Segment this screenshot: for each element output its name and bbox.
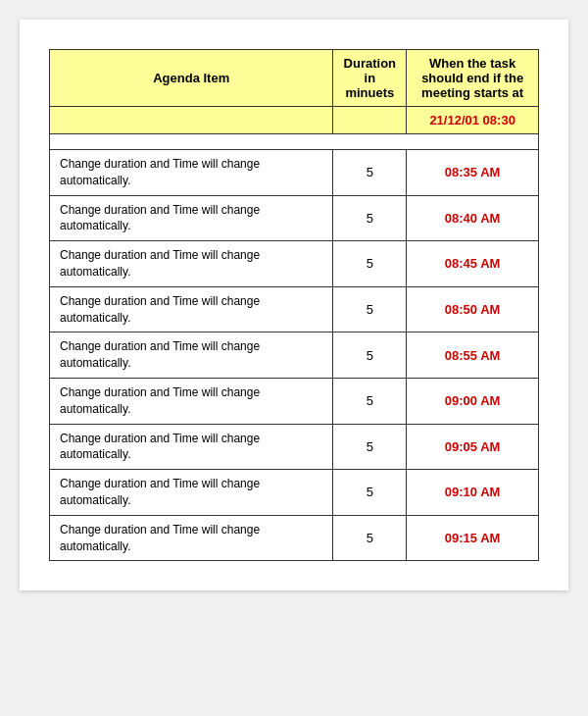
agenda-cell: Change duration and Time will change aut… xyxy=(50,150,333,196)
date-empty-duration xyxy=(333,107,407,134)
agenda-table: Agenda Item Duration in minuets When the… xyxy=(49,49,539,561)
time-cell: 09:10 AM xyxy=(407,470,539,516)
agenda-cell: Change duration and Time will change aut… xyxy=(50,241,333,287)
agenda-cell: Change duration and Time will change aut… xyxy=(50,515,333,561)
header-when: When the task should end if the meeting … xyxy=(407,50,539,107)
duration-cell: 5 xyxy=(333,515,407,561)
agenda-cell: Change duration and Time will change aut… xyxy=(50,286,333,332)
time-cell: 08:55 AM xyxy=(407,332,539,379)
agenda-cell: Change duration and Time will change aut… xyxy=(50,195,333,241)
table-row: Change duration and Time will change aut… xyxy=(50,378,539,424)
start-datetime: 21/12/01 08:30 xyxy=(407,107,539,134)
table-row: Change duration and Time will change aut… xyxy=(50,424,539,470)
duration-cell: 5 xyxy=(333,378,407,424)
agenda-cell: Change duration and Time will change aut… xyxy=(50,378,333,424)
table-row: Change duration and Time will change aut… xyxy=(50,515,539,561)
time-cell: 08:35 AM xyxy=(407,150,539,196)
duration-cell: 5 xyxy=(333,241,407,287)
table-row: Change duration and Time will change aut… xyxy=(50,241,539,287)
time-cell: 08:50 AM xyxy=(407,286,539,332)
time-cell: 08:45 AM xyxy=(407,241,539,287)
duration-cell: 5 xyxy=(333,150,407,196)
time-cell: 09:00 AM xyxy=(407,378,539,424)
duration-cell: 5 xyxy=(333,424,407,470)
agenda-cell: Change duration and Time will change aut… xyxy=(50,470,333,516)
date-empty-agenda xyxy=(50,107,333,134)
agenda-cell: Change duration and Time will change aut… xyxy=(50,424,333,470)
time-cell: 09:15 AM xyxy=(407,515,539,561)
table-row: Change duration and Time will change aut… xyxy=(50,286,539,332)
time-cell: 08:40 AM xyxy=(407,195,539,241)
header-duration: Duration in minuets xyxy=(333,50,407,107)
table-row: Change duration and Time will change aut… xyxy=(50,195,539,241)
duration-cell: 5 xyxy=(333,332,407,379)
duration-cell: 5 xyxy=(333,286,407,332)
agenda-cell: Change duration and Time will change aut… xyxy=(50,332,333,379)
table-row: Change duration and Time will change aut… xyxy=(50,470,539,516)
duration-cell: 5 xyxy=(333,470,407,516)
time-cell: 09:05 AM xyxy=(407,424,539,470)
table-row: Change duration and Time will change aut… xyxy=(50,150,539,196)
empty-spacer xyxy=(50,134,539,150)
page-container: Agenda Item Duration in minuets When the… xyxy=(20,20,568,590)
header-agenda: Agenda Item xyxy=(50,50,333,107)
duration-cell: 5 xyxy=(333,195,407,241)
table-row: Change duration and Time will change aut… xyxy=(50,332,539,379)
